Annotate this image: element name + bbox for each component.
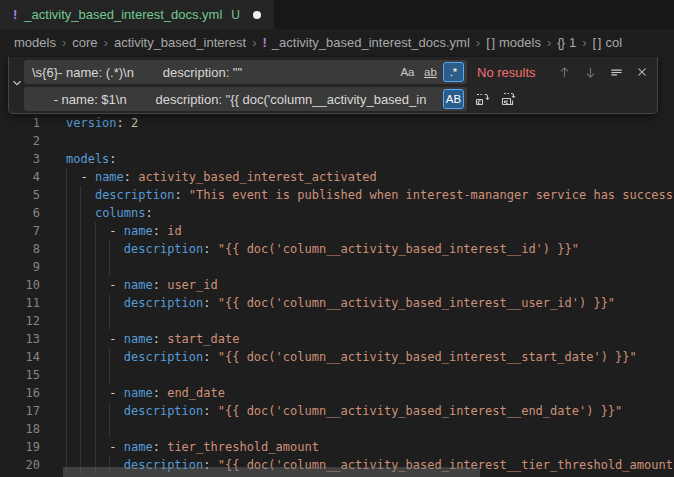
whole-word-button[interactable]: ab [420,62,441,82]
line-number: 8 [0,240,40,258]
regex-button[interactable]: .* [443,62,464,82]
selection-lines-icon [609,65,624,80]
editor-pane[interactable]: 1version: 223models:4 - name: activity_b… [0,55,674,477]
editor-tab[interactable]: ! _activity_based_interest_docs.yml U [0,0,275,29]
breadcrumb-label: activity_based_interest [114,35,246,50]
indent-guide [109,294,110,312]
breadcrumb-label: models [499,35,541,50]
previous-match-button[interactable] [553,61,575,83]
code-line[interactable]: 5 description: "This event is published … [0,186,674,204]
git-status-badge: U [231,8,240,22]
indent-guide [80,312,81,330]
indent-guide [80,402,81,420]
find-input[interactable]: \s{6}- name: (.*)\n description: "" Aa a… [24,60,467,84]
indent-guide [80,366,81,384]
indent-guide [66,420,67,438]
toggle-replace-button[interactable] [9,57,24,113]
close-button[interactable] [631,61,653,83]
modified-indicator-dot[interactable] [253,11,261,19]
indent-guide [109,420,110,438]
indent-guide [80,294,81,312]
code-line[interactable]: 12 [0,312,674,330]
tab-bar: ! _activity_based_interest_docs.yml U [0,0,674,29]
indent-guide [95,276,96,294]
code-line[interactable]: 15 [0,366,674,384]
breadcrumb-separator-icon: › [476,35,480,50]
code-line[interactable]: 17 description: "{{ doc('column__activit… [0,402,674,420]
indent-guide [66,204,67,222]
line-number: 16 [0,384,40,402]
match-case-button[interactable]: Aa [397,62,418,82]
find-in-selection-button[interactable] [605,61,627,83]
indent-guide [95,240,96,258]
close-icon [635,65,649,79]
code-line[interactable]: 2 [0,132,674,150]
code-line[interactable]: 4 - name: activity_based_interest_activa… [0,168,674,186]
arrow-up-icon [557,65,572,80]
replace-all-icon [500,91,516,107]
code-line[interactable]: 1version: 2 [0,114,674,132]
code-line[interactable]: 19 - name: tier_threshold_amount [0,438,674,456]
replace-input-value: - name: $1\n description: "{{ doc('colum… [32,92,439,107]
code-line[interactable]: 10 - name: user_id [0,276,674,294]
indent-guide [109,348,110,366]
code-line[interactable]: 7 - name: id [0,222,674,240]
indent-guide [95,294,96,312]
indent-guide [80,384,81,402]
code-area: 1version: 223models:4 - name: activity_b… [0,114,674,474]
breadcrumb-item[interactable]: activity_based_interest [114,35,246,50]
arrow-down-icon [583,65,598,80]
breadcrumb-separator-icon: › [547,35,551,50]
breadcrumb-label: core [72,35,97,50]
line-number: 11 [0,294,40,312]
replace-icon [474,91,490,107]
indent-guide [95,312,96,330]
indent-guide [95,222,96,240]
breadcrumb-item[interactable]: !_activity_based_interest_docs.yml [263,35,470,50]
code-line[interactable]: 14 description: "{{ doc('column__activit… [0,348,674,366]
line-number: 2 [0,132,40,150]
code-line[interactable]: 11 description: "{{ doc('column__activit… [0,294,674,312]
line-number: 1 [0,114,40,132]
code-line[interactable]: 13 - name: start_date [0,330,674,348]
indent-guide [95,330,96,348]
replace-row: - name: $1\n description: "{{ doc('colum… [24,87,653,111]
breadcrumb-item[interactable]: models [14,35,56,50]
breadcrumb-label: _activity_based_interest_docs.yml [272,35,470,50]
next-match-button[interactable] [579,61,601,83]
replace-button[interactable] [471,88,493,110]
code-line[interactable]: 3models: [0,150,674,168]
code-line[interactable]: 6 columns: [0,204,674,222]
indent-guide [95,438,96,456]
breadcrumb-separator-icon: › [62,35,66,50]
breadcrumb-item[interactable]: {}1 [557,35,576,50]
line-number: 15 [0,366,40,384]
code-line[interactable]: 16 - name: end_date [0,384,674,402]
indent-guide [95,348,96,366]
breadcrumb-item[interactable]: [ ]models [486,35,541,50]
replace-input[interactable]: - name: $1\n description: "{{ doc('colum… [24,87,467,111]
indent-guide [109,366,110,384]
indent-guide [80,276,81,294]
breadcrumb-item[interactable]: [ ]col [593,35,622,50]
code-line[interactable]: 9 [0,258,674,276]
indent-guide [109,402,110,420]
object-symbol-icon: {} [557,35,564,50]
indent-guide [95,366,96,384]
yaml-file-icon: ! [13,7,17,22]
replace-all-button[interactable] [497,88,519,110]
indent-guide [95,258,96,276]
indent-guide [80,438,81,456]
breadcrumb-item[interactable]: core [72,35,97,50]
line-number: 5 [0,186,40,204]
code-line[interactable]: 8 description: "{{ doc('column__activity… [0,240,674,258]
indent-guide [66,186,67,204]
preserve-case-button[interactable]: AB [443,89,464,109]
horizontal-scrollbar[interactable] [63,467,480,477]
find-row: \s{6}- name: (.*)\n description: "" Aa a… [24,60,653,84]
indent-guide [80,186,81,204]
indent-guide [66,312,67,330]
array-symbol-icon: [ ] [486,35,494,50]
code-line[interactable]: 18 [0,420,674,438]
breadcrumb-label: col [605,35,622,50]
